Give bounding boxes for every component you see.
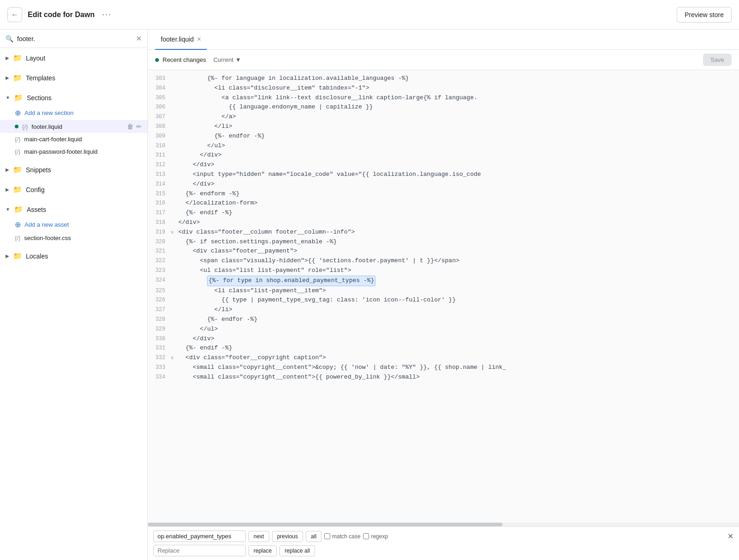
selected-text: {%- for type in shop.enabled_payment_typ… [207,276,376,286]
current-dropdown[interactable]: Current ▼ [213,56,241,63]
line-arrow-311 [171,151,178,152]
templates-folder-icon: 📁 [13,73,22,82]
replace-all-button[interactable]: replace all [279,545,315,556]
modified-indicator [15,125,18,128]
line-content-303[interactable]: {%- for language in localization.availab… [178,74,739,84]
line-content-328[interactable]: {%- endfor -%} [178,315,739,325]
search-clear-button[interactable]: ✕ [136,34,142,43]
line-content-315[interactable]: {%- endform -%} [178,189,739,199]
sidebar-file-main-cart-footer[interactable]: {/} main-cart-footer.liquid [0,133,147,145]
find-input[interactable] [153,530,246,542]
horizontal-scrollbar-thumb[interactable] [148,523,503,526]
line-content-318[interactable]: </div> [178,218,739,228]
code-line-321: 321 <div class="footer__payment"> [148,247,739,256]
line-content-332[interactable]: <div class="footer__copyright caption"> [178,353,739,363]
horizontal-scrollbar[interactable] [148,523,739,526]
sidebar-file-main-password-footer[interactable]: {/} main-password-footer.liquid [0,145,147,158]
line-content-311[interactable]: </div> [178,151,739,160]
add-new-asset-link[interactable]: ⊕ Add a new asset [0,217,147,232]
regexp-checkbox-label[interactable]: regexp [363,533,388,540]
code-line-316: 316 </localization-form> [148,199,739,208]
replace-input[interactable] [153,545,246,556]
line-number-321: 321 [148,247,171,256]
line-content-309[interactable]: {%- endfor -%} [178,132,739,141]
line-arrow-331 [171,343,178,345]
sidebar-scroll: ▶ 📁 Layout ▶ 📁 Templates ▼ 📁 Sections [0,48,147,560]
regexp-checkbox[interactable] [363,533,369,539]
line-content-305[interactable]: <a class="link link--text disclosure__li… [178,93,739,103]
delete-button[interactable]: 🗑 [127,123,133,130]
code-line-308: 308 </li> [148,122,739,132]
back-button[interactable]: ← [7,7,22,22]
sidebar-group-sections[interactable]: ▼ 📁 Sections [0,90,147,106]
line-content-312[interactable]: </div> [178,160,739,170]
line-content-307[interactable]: </a> [178,112,739,122]
sidebar-file-footer-liquid[interactable]: {/} footer.liquid 🗑 ✏ [0,120,147,133]
match-case-checkbox[interactable] [324,533,330,539]
line-content-326[interactable]: {{ type | payment_type_svg_tag: class: '… [178,295,739,305]
line-content-334[interactable]: <small class="copyright__content">{{ pow… [178,373,739,382]
code-container[interactable]: 303 {%- for language in localization.ava… [148,70,739,523]
line-content-322[interactable]: <span class="visually-hidden">{{ 'sectio… [178,256,739,266]
line-content-330[interactable]: </div> [178,334,739,344]
line-content-320[interactable]: {%- if section.settings.payment_enable -… [178,237,739,247]
line-content-316[interactable]: </localization-form> [178,199,739,208]
line-arrow-328 [171,315,178,316]
assets-arrow-icon: ▼ [6,207,10,212]
line-content-333[interactable]: <small class="copyright__content">&copy;… [178,363,739,373]
sidebar-group-layout[interactable]: ▶ 📁 Layout [0,50,147,66]
main-password-footer-label: main-password-footer.liquid [24,148,97,155]
match-case-checkbox-label[interactable]: match case [324,533,360,540]
line-content-304[interactable]: <li class="disclosure__item" tabindex="-… [178,84,739,93]
sidebar-group-config[interactable]: ▶ 📁 Config [0,181,147,198]
line-arrow-323 [171,266,178,267]
more-options-button[interactable]: ··· [102,10,112,19]
find-close-button[interactable]: ✕ [727,532,733,541]
line-number-333: 333 [148,363,171,372]
search-bar: 🔍 ✕ [0,30,147,48]
sidebar-group-snippets[interactable]: ▶ 📁 Snippets [0,162,147,178]
code-line-327: 327 </li> [148,305,739,315]
add-asset-label: Add a new asset [24,221,69,228]
preview-store-button[interactable]: Preview store [677,7,732,23]
line-content-331[interactable]: {%- endif -%} [178,343,739,353]
line-content-308[interactable]: </li> [178,122,739,132]
line-content-324[interactable]: {%- for type in shop.enabled_payment_typ… [178,276,739,286]
sidebar-group-layout-label: Layout [26,54,45,62]
line-content-319[interactable]: <div class="footer__column footer__colum… [178,228,739,237]
tab-close-button[interactable]: ✕ [197,36,201,42]
line-number-303: 303 [148,74,171,83]
add-new-section-link[interactable]: ⊕ Add a new section [0,106,147,120]
tab-label: footer.liquid [161,36,194,43]
line-content-314[interactable]: </div> [178,180,739,189]
save-button[interactable]: Save [703,54,732,66]
edit-button[interactable]: ✏ [136,123,142,130]
line-number-313: 313 [148,170,171,179]
line-arrow-305 [171,93,178,95]
code-line-326: 326 {{ type | payment_type_svg_tag: clas… [148,295,739,305]
sidebar-group-templates[interactable]: ▶ 📁 Templates [0,70,147,86]
line-content-313[interactable]: <input type="hidden" name="locale_code" … [178,170,739,180]
line-number-319: 319 [148,228,171,237]
line-content-321[interactable]: <div class="footer__payment"> [178,247,739,256]
line-content-329[interactable]: </ul> [178,325,739,334]
search-input[interactable] [17,35,132,42]
line-content-310[interactable]: </ul> [178,141,739,151]
line-content-325[interactable]: <li class="list-payment__item"> [178,286,739,296]
sidebar-group-assets[interactable]: ▼ 📁 Assets [0,201,147,217]
line-number-308: 308 [148,122,171,131]
line-content-323[interactable]: <ul class="list list-payment" role="list… [178,266,739,276]
replace-button[interactable]: replace [248,545,277,556]
previous-button[interactable]: previous [272,531,303,542]
all-button[interactable]: all [306,531,321,542]
sidebar-file-section-footer-css[interactable]: {/} section-footer.css [0,232,147,244]
line-arrow-317 [171,208,178,210]
line-content-327[interactable]: </li> [178,305,739,315]
line-arrow-322 [171,256,178,258]
line-content-306[interactable]: {{ language.endonym_name | capitalize }} [178,102,739,112]
line-content-317[interactable]: {%- endif -%} [178,208,739,218]
tab-footer-liquid[interactable]: footer.liquid ✕ [155,30,207,50]
next-button[interactable]: next [248,531,269,542]
sidebar-group-locales[interactable]: ▶ 📁 Locales [0,248,147,264]
code-line-318: 318</div> [148,218,739,228]
